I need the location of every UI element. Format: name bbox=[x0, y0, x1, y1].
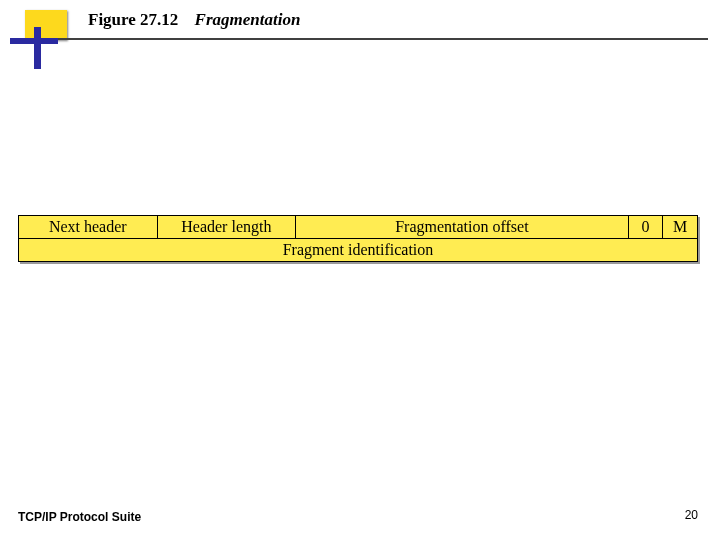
cell-fragmentation-offset: Fragmentation offset bbox=[296, 216, 629, 239]
cell-zero-bit: 0 bbox=[628, 216, 663, 239]
cell-m-bit: M bbox=[663, 216, 698, 239]
fragmentation-header-diagram: Next header Header length Fragmentation … bbox=[18, 215, 698, 262]
cell-header-length: Header length bbox=[157, 216, 296, 239]
decor-blue-vertical bbox=[34, 27, 41, 69]
decor-yellow bbox=[25, 10, 67, 40]
title-divider bbox=[58, 38, 708, 40]
figure-caption: Fragmentation bbox=[195, 10, 301, 29]
fragmentation-header-table: Next header Header length Fragmentation … bbox=[18, 215, 698, 262]
page-number: 20 bbox=[685, 508, 698, 522]
table-row: Next header Header length Fragmentation … bbox=[19, 216, 698, 239]
cell-fragment-identification: Fragment identification bbox=[19, 239, 698, 262]
table-row: Fragment identification bbox=[19, 239, 698, 262]
footer-suite: TCP/IP Protocol Suite bbox=[18, 510, 141, 524]
figure-title: Figure 27.12 Fragmentation bbox=[88, 10, 300, 30]
cell-next-header: Next header bbox=[19, 216, 158, 239]
figure-number: Figure 27.12 bbox=[88, 10, 178, 29]
slide-bullet-decor bbox=[8, 24, 82, 74]
